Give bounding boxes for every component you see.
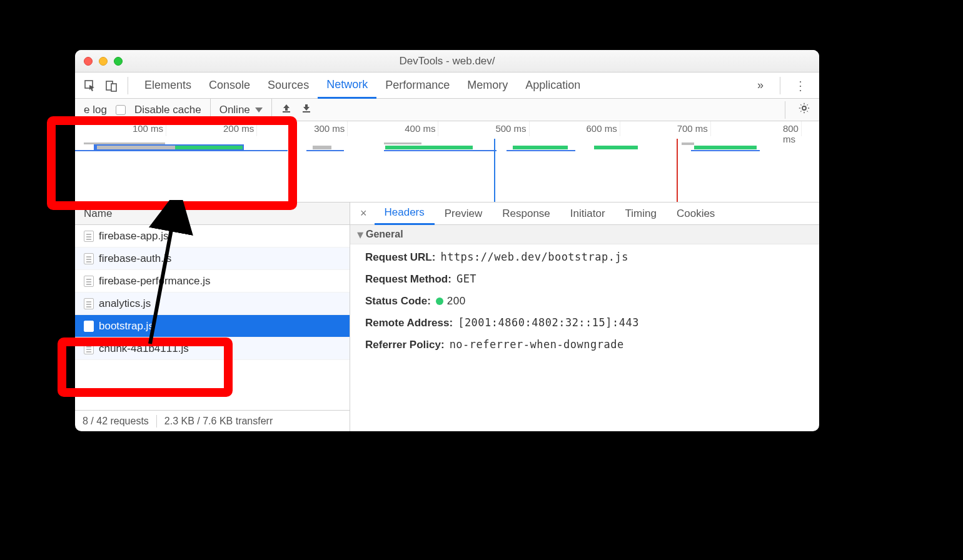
request-method-key: Request Method: xyxy=(365,273,451,286)
titlebar: DevTools - web.dev/ xyxy=(75,50,819,72)
request-row[interactable]: analytics.js xyxy=(75,292,350,315)
remote-address-key: Remote Address: xyxy=(365,317,453,329)
request-url-key: Request URL: xyxy=(365,251,435,264)
timeline-tick: 100 ms xyxy=(133,123,166,134)
file-icon xyxy=(84,298,94,309)
request-row[interactable]: chunk-4a1b4111.js xyxy=(75,338,350,360)
close-detail-icon[interactable]: × xyxy=(355,207,372,220)
domcontentloaded-line xyxy=(494,139,495,202)
name-column-header[interactable]: Name xyxy=(75,202,350,225)
disable-cache-label: Disable cache xyxy=(134,104,201,116)
svg-rect-3 xyxy=(283,111,290,112)
divider xyxy=(780,77,780,94)
transfer-size: 2.3 KB / 7.6 KB transferr xyxy=(157,416,280,427)
request-list[interactable]: firebase-app.jsfirebase-auth.jsfirebase-… xyxy=(75,225,350,410)
upload-har-icon[interactable] xyxy=(281,102,292,117)
overflow-tabs-button[interactable]: » xyxy=(749,72,772,99)
remote-address-value: [2001:4860:4802:32::15]:443 xyxy=(458,316,639,329)
request-row[interactable]: bootstrap.js xyxy=(75,315,350,338)
request-row[interactable]: firebase-auth.js xyxy=(75,248,350,270)
detail-tab-cookies[interactable]: Cookies xyxy=(667,202,725,225)
timeline-tick: 700 ms xyxy=(677,123,710,134)
tab-sources[interactable]: Sources xyxy=(259,72,318,99)
request-name: firebase-app.js xyxy=(99,230,169,242)
tab-application[interactable]: Application xyxy=(517,72,589,99)
tab-console[interactable]: Console xyxy=(200,72,259,99)
request-row[interactable]: firebase-app.js xyxy=(75,225,350,248)
status-code-value: 200 xyxy=(436,294,466,308)
request-method-value: GET xyxy=(456,272,476,285)
file-icon xyxy=(84,321,94,332)
preserve-log-label-fragment: e log xyxy=(84,104,107,116)
divider xyxy=(128,77,128,94)
timeline-tick: 300 ms xyxy=(314,123,347,134)
general-section: Request URL: https://web.dev/bootstrap.j… xyxy=(350,244,819,358)
referrer-policy-key: Referrer Policy: xyxy=(365,339,445,351)
request-list-pane: Name firebase-app.jsfirebase-auth.jsfire… xyxy=(75,202,350,431)
timeline-tick: 200 ms xyxy=(223,123,256,134)
devtools-window: DevTools - web.dev/ ElementsConsoleSourc… xyxy=(75,50,819,431)
overview-bars xyxy=(75,141,819,154)
general-section-header[interactable]: ▶General xyxy=(350,225,819,244)
detail-tab-timing[interactable]: Timing xyxy=(615,202,667,225)
inspect-element-icon[interactable] xyxy=(81,77,99,94)
request-name: analytics.js xyxy=(99,298,151,310)
request-name: bootstrap.js xyxy=(99,320,154,332)
file-icon xyxy=(84,276,94,287)
main-tabstrip: ElementsConsoleSourcesNetworkPerformance… xyxy=(75,72,819,99)
status-code-key: Status Code: xyxy=(365,295,431,308)
request-name: firebase-auth.js xyxy=(99,252,171,265)
detail-tabstrip: × HeadersPreviewResponseInitiatorTimingC… xyxy=(350,202,819,225)
file-icon xyxy=(84,231,94,242)
chevron-down-icon xyxy=(255,108,263,112)
tab-memory[interactable]: Memory xyxy=(458,72,517,99)
status-bar: 8 / 42 requests 2.3 KB / 7.6 KB transfer… xyxy=(75,410,350,431)
referrer-policy-value: no-referrer-when-downgrade xyxy=(450,338,624,351)
throttling-select[interactable]: Online xyxy=(210,99,272,121)
request-name: firebase-performance.js xyxy=(99,275,211,288)
throttling-value: Online xyxy=(219,104,250,116)
detail-tab-headers[interactable]: Headers xyxy=(375,202,435,225)
file-icon xyxy=(84,253,94,264)
tab-elements[interactable]: Elements xyxy=(136,72,200,99)
divider xyxy=(785,101,785,119)
timeline-tick: 400 ms xyxy=(405,123,438,134)
disable-cache-checkbox[interactable] xyxy=(116,105,126,115)
tab-performance[interactable]: Performance xyxy=(376,72,458,99)
request-row[interactable]: firebase-performance.js xyxy=(75,270,350,292)
svg-point-5 xyxy=(802,106,806,110)
request-url-value: https://web.dev/bootstrap.js xyxy=(440,251,628,263)
svg-rect-2 xyxy=(111,84,116,91)
detail-tab-response[interactable]: Response xyxy=(492,202,560,225)
more-options-icon[interactable]: ⋮ xyxy=(788,78,813,93)
requests-count: 8 / 42 requests xyxy=(75,416,156,427)
tab-network[interactable]: Network xyxy=(318,72,376,99)
download-har-icon[interactable] xyxy=(301,102,312,117)
request-name: chunk-4a1b4111.js xyxy=(99,342,189,355)
window-title: DevTools - web.dev/ xyxy=(75,55,819,68)
detail-tab-initiator[interactable]: Initiator xyxy=(560,202,615,225)
file-icon xyxy=(84,343,94,354)
load-event-line xyxy=(677,139,678,202)
lower-panes: Name firebase-app.jsfirebase-auth.jsfire… xyxy=(75,202,819,431)
timeline-tick: 600 ms xyxy=(587,123,620,134)
device-toolbar-icon[interactable] xyxy=(103,77,120,94)
svg-rect-4 xyxy=(303,111,310,112)
timeline-overview[interactable]: 100 ms200 ms300 ms400 ms500 ms600 ms700 … xyxy=(75,121,819,202)
settings-gear-icon[interactable] xyxy=(798,102,810,118)
detail-tab-preview[interactable]: Preview xyxy=(435,202,492,225)
network-toolbar: e log Disable cache Online xyxy=(75,99,819,121)
detail-pane: × HeadersPreviewResponseInitiatorTimingC… xyxy=(350,202,819,431)
timeline-tick: 500 ms xyxy=(495,123,528,134)
